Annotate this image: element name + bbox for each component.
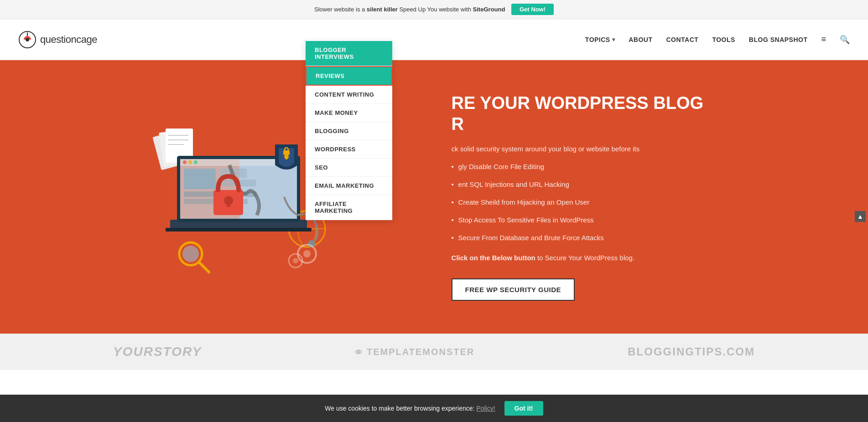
chevron-down-icon: ▾ (612, 36, 615, 43)
svg-rect-29 (283, 150, 290, 155)
brand-yourstory: YOURSTORY (113, 345, 202, 359)
logos-bar: YOURSTORY 👁 TemplateMonster BLOGGINGTIPS… (0, 334, 868, 370)
search-icon[interactable]: 🔍 (840, 35, 850, 45)
nav-tools[interactable]: TOOLS (712, 36, 735, 43)
svg-point-36 (293, 258, 298, 263)
nav-contact[interactable]: CONTACT (666, 36, 698, 43)
hamburger-icon[interactable]: ≡ (821, 35, 826, 44)
dropdown-item-reviews[interactable]: REVIEWS (306, 66, 392, 86)
nav-blog-snapshot[interactable]: BLOG SNAPSHOT (749, 36, 808, 43)
hero-bullet-2: ent SQL Injections and URL Hacking (452, 179, 703, 190)
logo[interactable]: questioncage (18, 31, 97, 49)
svg-line-39 (199, 262, 209, 272)
banner-text: Slower website is a silent killer Speed … (314, 6, 507, 13)
hero-title: RE YOUR WORDPRESS BLOG R (452, 93, 703, 134)
dropdown-item-blogging[interactable]: BLOGGING (306, 122, 392, 140)
dropdown-item-seo[interactable]: SEO (306, 159, 392, 177)
topics-dropdown: BLOGGER INTERVIEWS REVIEWS CONTENT WRITI… (306, 41, 392, 220)
hero-text-content: RE YOUR WORDPRESS BLOG R ck solid securi… (452, 75, 731, 319)
header: questioncage TOPICS ▾ ABOUT CONTACT TOOL… (0, 19, 868, 60)
main-nav: TOPICS ▾ ABOUT CONTACT TOOLS BLOG SNAPSH… (585, 35, 850, 45)
svg-rect-28 (227, 201, 230, 207)
svg-rect-13 (166, 228, 312, 232)
scroll-up-button[interactable]: ▲ (855, 211, 866, 222)
brand-bloggingtips: BLOGGINGTIPS.COM (628, 345, 755, 358)
hero-description: ck solid security system around your blo… (452, 144, 703, 154)
hero-bullets: gly Disable Core File Editing ent SQL In… (452, 161, 703, 243)
hero-bullet-1: gly Disable Core File Editing (452, 161, 703, 172)
logo-text: questioncage (40, 34, 97, 46)
hero-bullet-5: Secure From Database and Brute Force Att… (452, 232, 703, 243)
dropdown-item-make-money[interactable]: MAKE MONEY (306, 104, 392, 122)
svg-point-20 (194, 160, 198, 164)
hero-cta-text: Click on the Below button to Secure Your… (452, 252, 703, 263)
svg-point-19 (188, 160, 192, 164)
logo-icon (18, 31, 36, 49)
brand-templatemonster: 👁 TemplateMonster (355, 347, 474, 357)
svg-point-38 (182, 246, 199, 262)
dropdown-item-blogger-interviews[interactable]: BLOGGER INTERVIEWS (306, 41, 392, 66)
nav-topics[interactable]: TOPICS ▾ (585, 36, 615, 43)
svg-point-34 (303, 250, 311, 257)
dropdown-item-affiliate-marketing[interactable]: AFFILIATE MARKETING (306, 195, 392, 220)
svg-point-18 (183, 160, 187, 164)
dropdown-item-content-writing[interactable]: CONTENT WRITING (306, 86, 392, 104)
get-now-button[interactable]: Get Now! (511, 4, 554, 15)
top-banner: Slower website is a silent killer Speed … (0, 0, 868, 19)
svg-rect-21 (184, 169, 216, 189)
svg-rect-31 (286, 157, 287, 160)
hero-bullet-4: Stop Access To Sensitive Files in WordPr… (452, 215, 703, 226)
nav-about[interactable]: ABOUT (629, 36, 652, 43)
hero-illustration (0, 60, 478, 334)
dropdown-item-wordpress[interactable]: WORDPRESS (306, 140, 392, 159)
svg-point-1 (26, 38, 29, 41)
hero-section: RE YOUR WORDPRESS BLOG R ck solid securi… (0, 60, 868, 334)
hero-bullet-3: Create Sheild from Hijacking an Open Use… (452, 197, 703, 208)
dropdown-item-email-marketing[interactable]: EMAIL MARKETING (306, 177, 392, 195)
